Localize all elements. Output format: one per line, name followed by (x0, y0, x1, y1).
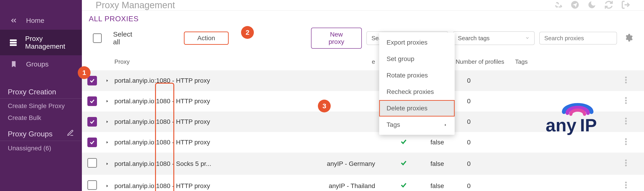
action-button[interactable]: Action (184, 31, 229, 45)
cell-proxy-name: portal.anyip.io:1080 - HTTP proxy (114, 98, 270, 105)
expand-caret-icon[interactable] (105, 118, 109, 125)
svg-rect-0 (10, 39, 17, 41)
expand-caret-icon[interactable] (105, 77, 109, 84)
callout-2: 2 (241, 26, 254, 39)
send-icon[interactable] (570, 0, 580, 10)
gear-icon[interactable] (624, 33, 633, 43)
edit-icon[interactable] (67, 129, 74, 139)
svg-rect-1 (10, 42, 17, 44)
row-checkbox[interactable] (87, 76, 97, 85)
svg-point-19 (625, 141, 627, 143)
cell-profiles: 0 (467, 77, 526, 84)
svg-point-11 (625, 100, 627, 101)
kebab-menu-icon[interactable] (625, 78, 627, 85)
cell-profiles: 0 (467, 182, 526, 190)
kebab-menu-icon[interactable] (625, 98, 627, 105)
section-proxy-creation: Proxy Creation (0, 82, 82, 99)
table-body: portal.anyip.io:1080 - HTTP proxyfalse0p… (82, 70, 644, 191)
row-checkbox[interactable] (87, 96, 97, 106)
svg-point-6 (625, 77, 627, 78)
svg-point-8 (625, 82, 627, 83)
refresh-icon[interactable] (604, 0, 613, 10)
kebab-menu-icon[interactable] (625, 161, 627, 168)
kebab-menu-icon[interactable] (625, 119, 627, 126)
nav-groups-label: Groups (26, 60, 48, 68)
nav-groups[interactable]: Groups (0, 55, 82, 73)
section-proxy-groups: Proxy Groups (0, 124, 82, 141)
check-icon (400, 161, 407, 168)
svg-point-15 (625, 120, 627, 122)
main-content: Proxy Management ALL PROXIES Select all … (82, 0, 644, 191)
expand-caret-icon[interactable] (105, 160, 109, 167)
select-all-checkbox[interactable] (93, 33, 102, 43)
svg-point-16 (625, 123, 627, 125)
svg-marker-13 (106, 121, 108, 123)
row-checkbox[interactable] (87, 117, 97, 127)
caret-right-icon (444, 121, 447, 128)
svg-point-20 (625, 143, 627, 145)
servers-icon (9, 38, 18, 47)
cell-proxy-name: portal.anyip.io:1080 - HTTP proxy (114, 77, 270, 84)
expand-caret-icon[interactable] (105, 139, 109, 146)
link-create-bulk[interactable]: Create Bulk (0, 112, 82, 124)
svg-point-14 (625, 118, 627, 120)
svg-rect-2 (10, 44, 17, 46)
svg-point-26 (625, 182, 627, 184)
cell-proxy-name: portal.anyip.io:1080 - HTTP proxy (114, 118, 270, 125)
svg-point-22 (625, 160, 627, 161)
link-unassigned-group[interactable]: Unassigned (6) (0, 142, 82, 154)
dropdown-recheck-proxies[interactable]: Recheck proxies (379, 84, 455, 100)
dropdown-export-proxies[interactable]: Export proxies (379, 34, 455, 51)
nav-home-label: Home (26, 17, 44, 24)
search-tags-select[interactable]: Search tags (453, 31, 535, 45)
new-proxy-button[interactable]: New proxy (311, 28, 362, 49)
subheader: ALL PROXIES Select all Action New proxy … (82, 10, 644, 53)
row-checkbox[interactable] (87, 180, 97, 190)
toolbar: Select all Action New proxy Search group… (87, 23, 638, 53)
row-checkbox[interactable] (87, 138, 97, 147)
svg-point-28 (625, 187, 627, 189)
page-title: Proxy Management (96, 0, 175, 10)
kebab-menu-icon[interactable] (625, 139, 627, 147)
topbar: Proxy Management (82, 0, 644, 10)
check-icon (400, 183, 407, 190)
nav-proxy-management[interactable]: Proxy Management (0, 30, 82, 55)
nav-home[interactable]: Home (0, 11, 82, 30)
th-note: e (270, 58, 389, 65)
recycle-icon[interactable] (554, 0, 562, 10)
table-row: portal.anyip.io:1080 - Socks 5 pr...anyI… (82, 153, 644, 175)
cell-proxy-name: portal.anyip.io:1080 - HTTP proxy (114, 182, 270, 190)
svg-point-24 (625, 165, 627, 167)
logout-icon[interactable] (621, 0, 630, 10)
dropdown-rotate-proxies[interactable]: Rotate proxies (379, 67, 455, 84)
svg-point-12 (625, 102, 627, 104)
link-create-single-proxy[interactable]: Create Single Proxy (0, 100, 82, 112)
bookmark-icon (9, 60, 18, 68)
cell-note: anyIP - Germany (270, 160, 400, 168)
table-row: portal.anyip.io:1080 - HTTP proxyfalse0 (82, 70, 644, 91)
select-all-label: Select all (113, 30, 138, 46)
moon-icon[interactable] (587, 0, 596, 10)
cell-proxy-name: portal.anyip.io:1080 - HTTP proxy (114, 139, 270, 146)
dropdown-delete-proxies[interactable]: Delete proxies (379, 100, 455, 117)
chevron-down-icon (525, 35, 530, 42)
dropdown-set-group[interactable]: Set group (379, 51, 455, 67)
table-row: portal.anyip.io:1080 - HTTP proxyanyIP -… (82, 175, 644, 191)
cell-profiles: 0 (467, 118, 526, 125)
svg-marker-9 (106, 100, 108, 103)
expand-caret-icon[interactable] (105, 182, 109, 190)
kebab-menu-icon[interactable] (625, 183, 627, 190)
cell-note: anyIP - Thailand (270, 182, 400, 190)
search-proxies-input[interactable] (539, 32, 617, 44)
table-row: portal.anyip.io:1080 - HTTP proxyfalse0 (82, 132, 644, 153)
table-row: portal.anyip.io:1080 - HTTP proxyfalse0 (82, 91, 644, 112)
row-checkbox[interactable] (87, 158, 97, 168)
svg-marker-5 (106, 79, 108, 82)
svg-marker-21 (106, 163, 108, 165)
expand-caret-icon[interactable] (105, 98, 109, 105)
svg-point-27 (625, 184, 627, 186)
topbar-icons (554, 0, 630, 10)
dropdown-tags[interactable]: Tags (379, 117, 455, 133)
th-tags: Tags (515, 58, 625, 65)
cell-rotating: false (430, 139, 467, 146)
